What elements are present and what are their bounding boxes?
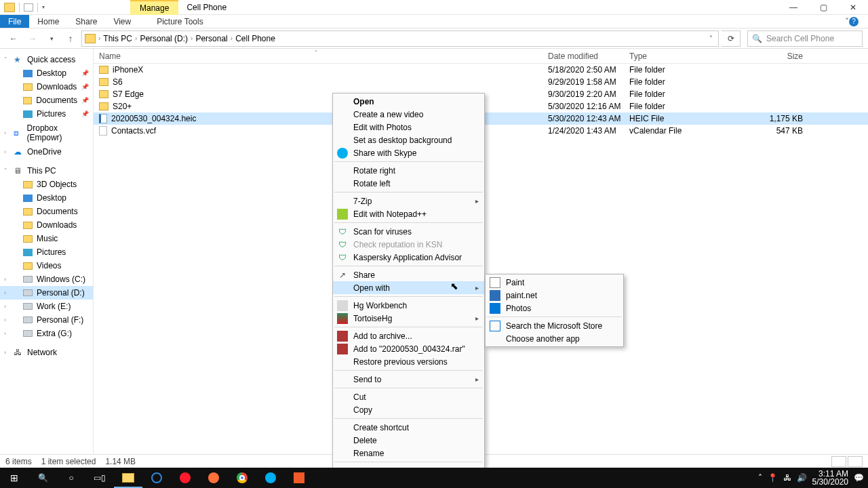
nav-videos[interactable]: Videos: [0, 259, 93, 272]
tray-notifications[interactable]: 💬: [854, 473, 864, 483]
file-row[interactable]: S69/29/2019 1:58 AMFile folder: [94, 76, 868, 88]
menu-edit-photos[interactable]: Edit with Photos: [333, 121, 484, 134]
tab-home[interactable]: Home: [29, 15, 67, 28]
tray-chevron[interactable]: ˄: [758, 473, 762, 483]
taskbar-edge[interactable]: [142, 468, 171, 488]
submenu-photos[interactable]: Photos: [486, 302, 623, 314]
tray-network-icon[interactable]: 🖧: [783, 473, 791, 483]
nav-dropbox[interactable]: ›⧈Dropbox (Empowr): [0, 126, 93, 140]
nav-personal-d[interactable]: ›Personal (D:): [0, 286, 93, 300]
menu-share[interactable]: ↗Share: [333, 268, 484, 281]
menu-rotate-left[interactable]: Rotate left: [333, 177, 484, 190]
taskbar-opera[interactable]: [171, 468, 199, 488]
nav-downloads[interactable]: Downloads📌: [0, 80, 93, 94]
breadcrumb-segment[interactable]: Personal: [194, 34, 229, 43]
column-date[interactable]: Date modified: [542, 52, 624, 61]
menu-delete[interactable]: Delete: [333, 434, 484, 447]
nav-windows-c[interactable]: ›Windows (C:): [0, 272, 93, 286]
forward-button[interactable]: →: [24, 31, 41, 46]
menu-rotate-right[interactable]: Rotate right: [333, 164, 484, 177]
chevron-right-icon[interactable]: ›: [135, 35, 137, 42]
submenu-paintnet[interactable]: paint.net: [486, 289, 623, 302]
tray-location-icon[interactable]: 📍: [768, 473, 778, 483]
ribbon-expand[interactable]: ˅ ?: [840, 15, 868, 28]
menu-hg-workbench[interactable]: Hg Workbench: [333, 299, 484, 312]
taskbar-firefox[interactable]: [199, 468, 228, 488]
nav-pictures2[interactable]: Pictures: [0, 245, 93, 259]
menu-open-with[interactable]: Open with▸: [333, 281, 484, 294]
file-row[interactable]: iPhoneX5/18/2020 2:50 AMFile folder: [94, 64, 868, 76]
tray-clock[interactable]: 3:11 AM5/30/2020: [812, 470, 848, 486]
tab-share[interactable]: Share: [67, 15, 105, 28]
menu-copy[interactable]: Copy: [333, 403, 484, 416]
cortana-button[interactable]: ○: [57, 468, 85, 488]
nav-desktop[interactable]: Desktop📌: [0, 66, 93, 80]
menu-restore[interactable]: Restore previous versions: [333, 355, 484, 368]
help-icon[interactable]: ?: [849, 17, 859, 26]
nav-music[interactable]: Music: [0, 232, 93, 245]
large-icons-view-button[interactable]: [848, 456, 863, 467]
menu-shortcut[interactable]: Create shortcut: [333, 421, 484, 434]
nav-onedrive[interactable]: ›☁OneDrive: [0, 145, 93, 159]
nav-personal-f[interactable]: ›Personal (F:): [0, 313, 93, 327]
nav-quick-access[interactable]: ˅★Quick access: [0, 53, 93, 66]
nav-pictures[interactable]: Pictures📌: [0, 107, 93, 121]
nav-desktop2[interactable]: Desktop: [0, 191, 93, 205]
column-name[interactable]: Name˄: [94, 52, 542, 61]
column-type[interactable]: Type: [624, 52, 746, 61]
nav-network[interactable]: ›🖧Network: [0, 346, 93, 359]
taskbar-skype[interactable]: [256, 468, 285, 488]
submenu-choose[interactable]: Choose another app: [486, 332, 623, 345]
tab-file[interactable]: File: [0, 15, 29, 28]
chevron-right-icon[interactable]: ›: [231, 35, 233, 42]
refresh-button[interactable]: ⟳: [722, 30, 741, 47]
maximize-button[interactable]: ▢: [808, 0, 838, 15]
nav-downloads2[interactable]: Downloads: [0, 218, 93, 232]
menu-tortoisehg[interactable]: TortoiseHg▸: [333, 312, 484, 325]
menu-scan-virus[interactable]: 🛡Scan for viruses: [333, 225, 484, 238]
tray-volume-icon[interactable]: 🔊: [797, 473, 807, 483]
menu-open[interactable]: Open: [333, 95, 484, 108]
taskbar-explorer[interactable]: [114, 468, 142, 488]
submenu-store[interactable]: Search the Microsoft Store: [486, 319, 623, 332]
search-input[interactable]: 🔍 Search Cell Phone: [747, 30, 863, 47]
details-view-button[interactable]: [831, 456, 846, 467]
nav-documents2[interactable]: Documents: [0, 205, 93, 218]
menu-edit-npp[interactable]: Edit with Notepad++: [333, 207, 484, 220]
contextual-tab-header[interactable]: Manage: [130, 0, 178, 15]
menu-add-archive[interactable]: Add to archive...: [333, 329, 484, 342]
minimize-button[interactable]: —: [778, 0, 808, 15]
menu-cut[interactable]: Cut: [333, 390, 484, 403]
nav-extra-g[interactable]: ›Extra (G:): [0, 327, 93, 340]
nav-3d-objects[interactable]: 3D Objects: [0, 178, 93, 191]
menu-set-background[interactable]: Set as desktop background: [333, 134, 484, 146]
menu-kaspersky[interactable]: 🛡Kaspersky Application Advisor: [333, 251, 484, 264]
tab-picture-tools[interactable]: Picture Tools: [149, 15, 211, 28]
breadcrumb-segment[interactable]: Personal (D:): [138, 34, 189, 43]
menu-rename[interactable]: Rename: [333, 447, 484, 460]
chevron-right-icon[interactable]: ›: [191, 35, 193, 42]
close-button[interactable]: ✕: [838, 0, 868, 15]
tab-view[interactable]: View: [105, 15, 139, 28]
task-view-button[interactable]: ▭▯: [85, 468, 114, 488]
breadcrumb-segment[interactable]: Cell Phone: [234, 34, 277, 43]
nav-documents[interactable]: Documents📌: [0, 94, 93, 107]
chevron-right-icon[interactable]: ›: [98, 35, 100, 42]
menu-new-video[interactable]: Create a new video: [333, 108, 484, 121]
menu-add-rar[interactable]: Add to "20200530_004324.rar": [333, 342, 484, 355]
nav-this-pc[interactable]: ˅🖥This PC: [0, 164, 93, 178]
column-size[interactable]: Size: [746, 52, 808, 61]
qat-dropdown[interactable]: ▾: [42, 4, 45, 10]
taskbar-chrome[interactable]: [228, 468, 256, 488]
menu-send-to[interactable]: Send to▸: [333, 373, 484, 386]
properties-icon[interactable]: [24, 3, 33, 12]
start-button[interactable]: ⊞: [0, 468, 28, 488]
search-button[interactable]: 🔍: [28, 468, 57, 488]
menu-7zip[interactable]: 7-Zip▸: [333, 195, 484, 207]
taskbar-snagit[interactable]: [285, 468, 313, 488]
nav-work-e[interactable]: ›Work (E:): [0, 300, 93, 313]
back-button[interactable]: ←: [5, 31, 22, 46]
up-button[interactable]: ↑: [62, 31, 79, 46]
menu-share-skype[interactable]: Share with Skype: [333, 146, 484, 159]
breadcrumb[interactable]: › This PC › Personal (D:) › Personal › C…: [81, 30, 719, 47]
